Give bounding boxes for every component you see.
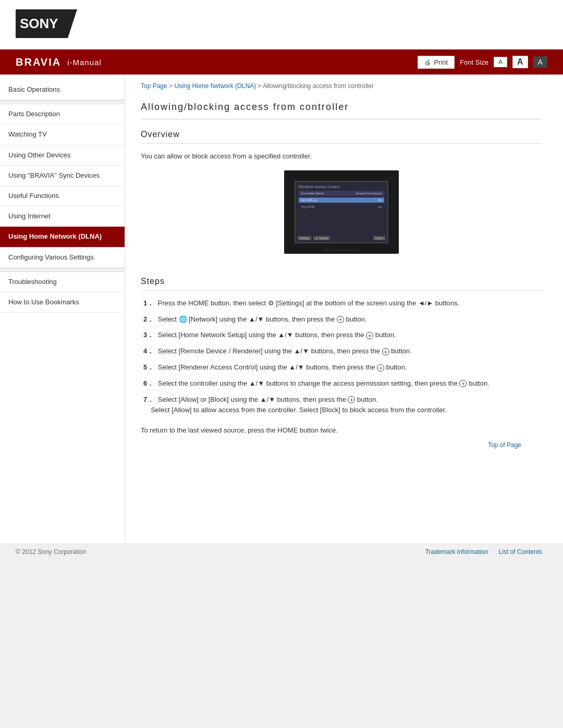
step-5: 5． Select [Renderer Access Control] usin…: [141, 362, 542, 373]
top-of-page-link[interactable]: Top of Page: [488, 441, 521, 449]
sidebar-item-using-other-devices[interactable]: Using Other Devices: [0, 145, 125, 166]
sidebar: Basic Operations Parts Description Watch…: [0, 75, 125, 544]
steps-heading: Steps: [141, 277, 542, 291]
tv-screenshot: Renderer Access Control Controller NameA…: [284, 170, 399, 254]
manual-subtitle: i-Manual: [67, 58, 102, 67]
breadcrumb-dlna[interactable]: Using Home Network (DLNA): [174, 82, 256, 90]
sidebar-item-configuring-settings[interactable]: Configuring Various Settings: [0, 248, 125, 268]
sidebar-item-troubleshooting[interactable]: Troubleshooting: [0, 272, 125, 292]
sidebar-divider-2: [0, 268, 125, 272]
sidebar-item-bravia-sync[interactable]: Using "BRAVIA" Sync Devices: [0, 166, 125, 186]
print-icon: 🖨: [424, 58, 431, 66]
sidebar-item-watching-tv[interactable]: Watching TV: [0, 125, 125, 145]
steps-section: Steps 1． Press the HOME button, then sel…: [141, 277, 542, 416]
sidebar-item-using-internet[interactable]: Using Internet: [0, 206, 125, 227]
steps-list: 1． Press the HOME button, then select ⚙ …: [141, 298, 542, 416]
logo-area: SONY: [0, 0, 563, 50]
brand-name: BRAVIA: [16, 56, 61, 68]
return-text: To return to the last viewed source, pre…: [141, 425, 542, 436]
footer: © 2012 Sony Corporation Trademark Inform…: [0, 544, 563, 560]
svg-text:SONY: SONY: [20, 16, 58, 31]
copyright: © 2012 Sony Corporation: [16, 548, 87, 556]
font-size-label: Font Size: [460, 58, 488, 66]
step-4: 4． Select [Remote Device / Renderer] usi…: [141, 346, 542, 357]
breadcrumb: Top Page > Using Home Network (DLNA) > A…: [141, 82, 542, 92]
sidebar-item-basic-operations[interactable]: Basic Operations: [0, 80, 125, 100]
breadcrumb-current: Allowing/blocking access from controller: [263, 82, 374, 90]
sidebar-divider-1: [0, 100, 125, 104]
step-6: 6． Select the controller using the ▲/▼ b…: [141, 378, 542, 389]
list-of-contents-link[interactable]: List of Contents: [499, 548, 542, 556]
step-1: 1． Press the HOME button, then select ⚙ …: [141, 298, 542, 309]
sidebar-item-home-network[interactable]: Using Home Network (DLNA): [0, 227, 125, 247]
print-button[interactable]: 🖨 Print: [418, 56, 455, 69]
footer-links: Trademark Information List of Contents: [425, 548, 542, 556]
step-7: 7． Select [Allow] or [Block] using the ▲…: [141, 394, 542, 416]
sidebar-item-bookmarks[interactable]: How to Use Bookmarks: [0, 292, 125, 313]
font-size-large-button[interactable]: A: [512, 56, 528, 68]
content-area: Top Page > Using Home Network (DLNA) > A…: [125, 75, 563, 544]
page-title: Allowing/blocking access from controller: [141, 102, 542, 119]
sony-logo: SONY: [16, 9, 68, 38]
breadcrumb-top-page[interactable]: Top Page: [141, 82, 167, 90]
sidebar-item-parts-description[interactable]: Parts Description: [0, 104, 125, 125]
font-size-small-button[interactable]: A: [494, 57, 507, 67]
step-2: 2． Select 🌐 [Network] using the ▲/▼ butt…: [141, 314, 542, 325]
overview-text: You can allow or block access from a spe…: [141, 151, 542, 162]
main-layout: Basic Operations Parts Description Watch…: [0, 75, 563, 544]
step-3: 3． Select [Home Network Setup] using the…: [141, 330, 542, 341]
sidebar-item-useful-functions[interactable]: Useful Functions: [0, 186, 125, 206]
header-controls: 🖨 Print Font Size A A A: [418, 56, 547, 69]
top-of-page-area: Top of Page: [141, 436, 542, 451]
header-bar: BRAVIA i-Manual 🖨 Print Font Size A A A: [0, 50, 563, 75]
font-size-dark-button[interactable]: A: [533, 56, 547, 68]
overview-heading: Overview: [141, 130, 542, 144]
trademark-link[interactable]: Trademark Information: [425, 548, 488, 556]
